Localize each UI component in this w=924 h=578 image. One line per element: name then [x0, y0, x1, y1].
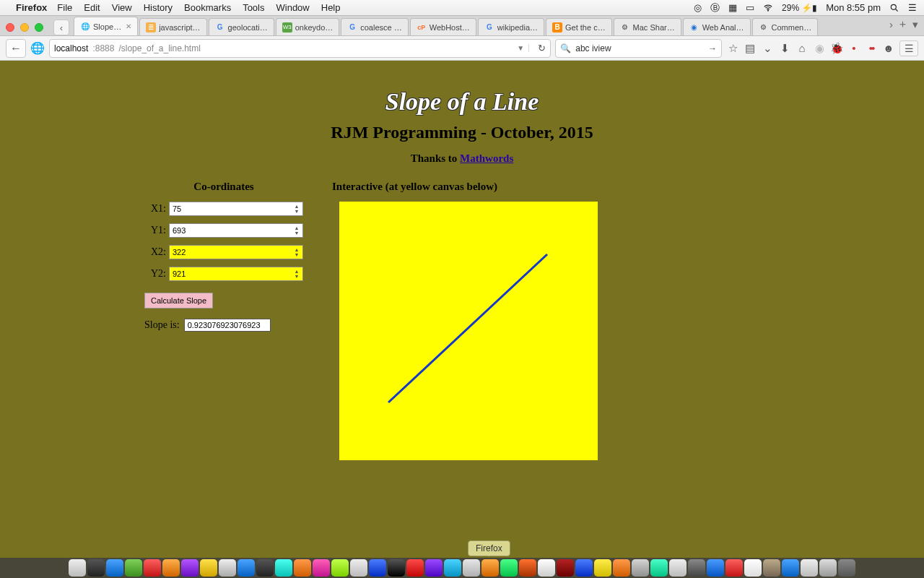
- tab[interactable]: ⚙Commen…: [752, 18, 819, 35]
- calculate-slope-button[interactable]: Calculate Slope: [144, 293, 213, 309]
- dock-app-icon[interactable]: [819, 559, 837, 577]
- battery-status[interactable]: 29% ⚡▮: [782, 3, 817, 13]
- dock-app-icon[interactable]: [782, 559, 799, 577]
- dock-app-icon[interactable]: [463, 559, 480, 577]
- new-tab-icon[interactable]: ＋: [897, 17, 908, 31]
- window-close-icon[interactable]: [6, 23, 14, 32]
- dock-app-icon[interactable]: [632, 559, 649, 577]
- drawing-canvas[interactable]: [339, 202, 598, 460]
- tab[interactable]: BGet the c…: [546, 18, 612, 35]
- dock-app-icon[interactable]: [669, 559, 687, 577]
- menu-view[interactable]: View: [112, 2, 132, 13]
- search-go-icon[interactable]: →: [708, 43, 717, 53]
- tab-menu-icon[interactable]: ▾: [912, 18, 918, 31]
- menu-edit[interactable]: Edit: [84, 2, 100, 13]
- url-bar[interactable]: localhost:8888/slope_of_a_line.html ▼ ↻: [49, 39, 551, 58]
- status-icon[interactable]: ◎: [694, 2, 702, 13]
- tab[interactable]: ≣javascript…: [139, 18, 206, 35]
- dock-app-icon[interactable]: [538, 559, 555, 577]
- dock-app-icon[interactable]: [125, 559, 142, 577]
- dock-app-icon[interactable]: [388, 559, 405, 577]
- hamburger-menu-icon[interactable]: ☰: [899, 40, 918, 56]
- dock-app-icon[interactable]: [331, 559, 349, 577]
- stepper-icon[interactable]: ▲▼: [292, 203, 301, 215]
- dock-app-icon[interactable]: [162, 559, 180, 577]
- firefox-icon[interactable]: [519, 559, 536, 577]
- reload-icon[interactable]: ↻: [533, 43, 546, 53]
- tab[interactable]: Gwikipedia…: [478, 18, 544, 35]
- y1-input[interactable]: 693▲▼: [169, 223, 303, 238]
- app-name[interactable]: Firefox: [16, 2, 47, 13]
- back-button[interactable]: ←: [6, 39, 26, 58]
- tab[interactable]: Ggeolocati…: [209, 18, 274, 35]
- reader-icon[interactable]: ▤: [744, 42, 757, 55]
- dock-app-icon[interactable]: [707, 559, 724, 577]
- menu-bookmarks[interactable]: Bookmarks: [184, 2, 231, 13]
- addon-icon[interactable]: ◉: [813, 42, 826, 55]
- wifi-icon[interactable]: [763, 3, 773, 13]
- menu-file[interactable]: File: [57, 2, 72, 13]
- dock-app-icon[interactable]: [200, 559, 217, 577]
- dock-app-icon[interactable]: [181, 559, 199, 577]
- dock-app-icon[interactable]: [763, 559, 780, 577]
- trash-icon[interactable]: [838, 559, 855, 577]
- dock-app-icon[interactable]: [87, 559, 105, 577]
- x2-input[interactable]: 322▲▼: [169, 245, 303, 259]
- menu-tools[interactable]: Tools: [243, 2, 264, 13]
- dock-app-icon[interactable]: [313, 559, 330, 577]
- menu-help[interactable]: Help: [321, 2, 341, 13]
- tab[interactable]: ◉Web Anal…: [683, 18, 751, 35]
- dock-app-icon[interactable]: [444, 559, 461, 577]
- y2-input[interactable]: 921▲▼: [169, 267, 303, 281]
- stepper-icon[interactable]: ▲▼: [292, 225, 301, 236]
- dock-app-icon[interactable]: [275, 559, 292, 577]
- tab-active[interactable]: 🌐 Slope… ✕: [74, 17, 138, 35]
- dock-app-icon[interactable]: [613, 559, 630, 577]
- menu-window[interactable]: Window: [276, 2, 310, 13]
- dock-app-icon[interactable]: [500, 559, 518, 577]
- dock-app-icon[interactable]: [688, 559, 705, 577]
- addon-icon[interactable]: ••: [865, 42, 878, 54]
- dock-app-icon[interactable]: [369, 559, 386, 577]
- x1-input[interactable]: 75▲▼: [169, 202, 303, 216]
- close-icon[interactable]: ✕: [126, 22, 131, 30]
- dock-app-icon[interactable]: [650, 559, 668, 577]
- dock-app-icon[interactable]: [294, 559, 311, 577]
- addon-icon[interactable]: 🐞: [830, 42, 843, 55]
- window-minimize-icon[interactable]: [20, 23, 29, 32]
- dock-app-icon[interactable]: [801, 559, 818, 577]
- tab-overflow-icon[interactable]: ›: [889, 18, 893, 30]
- stepper-icon[interactable]: ▲▼: [292, 246, 301, 258]
- search-bar[interactable]: 🔍 abc iview →: [555, 39, 722, 58]
- window-zoom-icon[interactable]: [35, 23, 43, 32]
- downloads-icon[interactable]: ⬇: [778, 42, 791, 55]
- dock-app-icon[interactable]: [219, 559, 236, 577]
- finder-icon[interactable]: [69, 559, 86, 577]
- home-icon[interactable]: ⌂: [796, 42, 808, 54]
- dock-app-icon[interactable]: [557, 559, 574, 577]
- site-identity-icon[interactable]: 🌐: [30, 41, 45, 55]
- dock-app-icon[interactable]: [425, 559, 443, 577]
- bookmark-star-icon[interactable]: ☆: [726, 42, 739, 55]
- dock-app-icon[interactable]: [237, 559, 255, 577]
- display-icon[interactable]: ▭: [746, 2, 754, 13]
- url-dropdown-icon[interactable]: ▼: [513, 44, 529, 52]
- tab[interactable]: W3onkeydo…: [276, 18, 340, 35]
- tab[interactable]: ⚙Mac Shar…: [614, 18, 681, 35]
- dock-app-icon[interactable]: [725, 559, 743, 577]
- dock-app-icon[interactable]: [406, 559, 424, 577]
- dock-app-icon[interactable]: [256, 559, 274, 577]
- addon-icon[interactable]: •: [847, 42, 860, 54]
- status-icon[interactable]: Ⓑ: [710, 1, 720, 14]
- addon-icon[interactable]: ☻: [882, 42, 895, 54]
- pocket-icon[interactable]: ⌄: [761, 42, 774, 55]
- dock-app-icon[interactable]: [106, 559, 123, 577]
- dock-app-icon[interactable]: [350, 559, 367, 577]
- notification-center-icon[interactable]: ☰: [908, 2, 917, 13]
- spotlight-icon[interactable]: [889, 3, 899, 13]
- dock-app-icon[interactable]: [594, 559, 611, 577]
- dock-app-icon[interactable]: [575, 559, 593, 577]
- clock[interactable]: Mon 8:55 pm: [826, 2, 881, 13]
- stepper-icon[interactable]: ▲▼: [292, 268, 301, 280]
- status-icon[interactable]: ▦: [728, 2, 737, 13]
